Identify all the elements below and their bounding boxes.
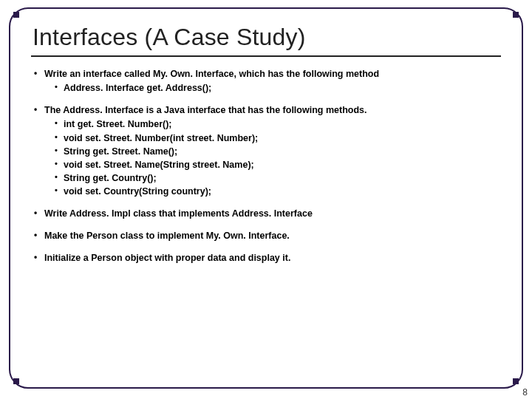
bullet-text: Write an interface called My. Own. Inter… — [44, 69, 379, 79]
list-item: Write an interface called My. Own. Inter… — [34, 67, 501, 95]
list-item: void set. Country(String country); — [55, 185, 501, 198]
bullet-text: Initialize a Person object with proper d… — [44, 253, 290, 263]
bullet-text: String get. Street. Name(); — [64, 146, 177, 157]
sub-bullet-list: Address. Interface get. Address(); — [44, 81, 501, 95]
slide-content: Write an interface called My. Own. Inter… — [31, 67, 501, 265]
sub-bullet-list: int get. Street. Number(); void set. Str… — [44, 117, 501, 198]
bullet-text: Write Address. Impl class that implement… — [44, 208, 313, 219]
slide-frame: Interfaces (A Case Study) Write an inter… — [9, 7, 523, 389]
title-underline — [31, 55, 501, 57]
list-item: Write Address. Impl class that implement… — [34, 207, 501, 220]
bullet-text: The Address. Interface is a Java interfa… — [44, 105, 366, 115]
page-number: 8 — [522, 387, 528, 398]
list-item: Make the Person class to implement My. O… — [34, 229, 501, 242]
bullet-text: String get. Country(); — [64, 173, 157, 183]
list-item: String get. Street. Name(); — [55, 145, 501, 158]
bullet-text: void set. Street. Name(String street. Na… — [64, 160, 254, 170]
list-item: Address. Interface get. Address(); — [55, 81, 501, 95]
list-item: void set. Street. Name(String street. Na… — [55, 158, 501, 171]
list-item: The Address. Interface is a Java interfa… — [34, 103, 501, 198]
bullet-text: void set. Street. Number(int street. Num… — [64, 133, 258, 143]
bullet-list: Write an interface called My. Own. Inter… — [31, 67, 501, 265]
bullet-text: int get. Street. Number(); — [64, 119, 172, 129]
list-item: void set. Street. Number(int street. Num… — [55, 132, 501, 145]
bullet-text: void set. Country(String country); — [64, 186, 211, 197]
bullet-text: Address. Interface get. Address(); — [64, 83, 211, 93]
slide-title: Interfaces (A Case Study) — [33, 24, 501, 51]
list-item: String get. Country(); — [55, 171, 501, 185]
bullet-text: Make the Person class to implement My. O… — [44, 231, 290, 241]
list-item: int get. Street. Number(); — [55, 117, 501, 131]
list-item: Initialize a Person object with proper d… — [34, 251, 501, 265]
